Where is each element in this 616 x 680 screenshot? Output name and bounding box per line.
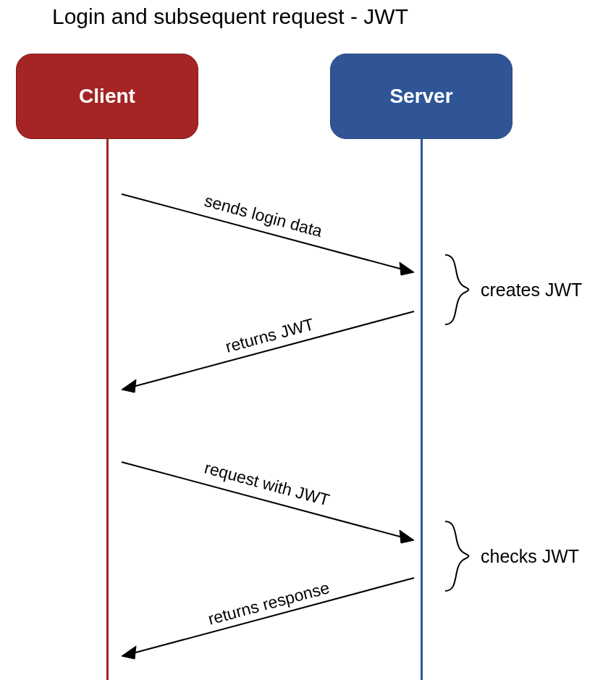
arrow-m4-line xyxy=(130,578,414,654)
label-m4: returns response xyxy=(206,578,332,629)
arrow-m4-head xyxy=(122,646,136,659)
diagram-title: Login and subsequent request - JWT xyxy=(52,4,408,29)
actor-server-label: Server xyxy=(389,85,452,108)
actor-client-label: Client xyxy=(79,85,135,108)
arrow-m2-head xyxy=(122,379,136,393)
arrow-m1-head xyxy=(400,262,414,275)
actor-client: Client xyxy=(16,54,198,139)
label-m3: request with JWT xyxy=(203,458,332,510)
actor-server: Server xyxy=(330,54,512,139)
brace-n2 xyxy=(445,521,469,591)
brace-n1 xyxy=(445,255,469,324)
lifeline-client xyxy=(106,139,109,680)
lifeline-server xyxy=(421,139,423,680)
arrow-m3-head xyxy=(400,530,414,543)
arrow-m2-line xyxy=(130,311,414,387)
label-m1: sends login data xyxy=(202,191,324,241)
label-m2: returns JWT xyxy=(224,314,316,356)
note-n2: checks JWT xyxy=(481,546,579,567)
sequence-diagram: Login and subsequent request - JWT Clien… xyxy=(0,0,616,680)
note-n1: creates JWT xyxy=(481,280,582,301)
